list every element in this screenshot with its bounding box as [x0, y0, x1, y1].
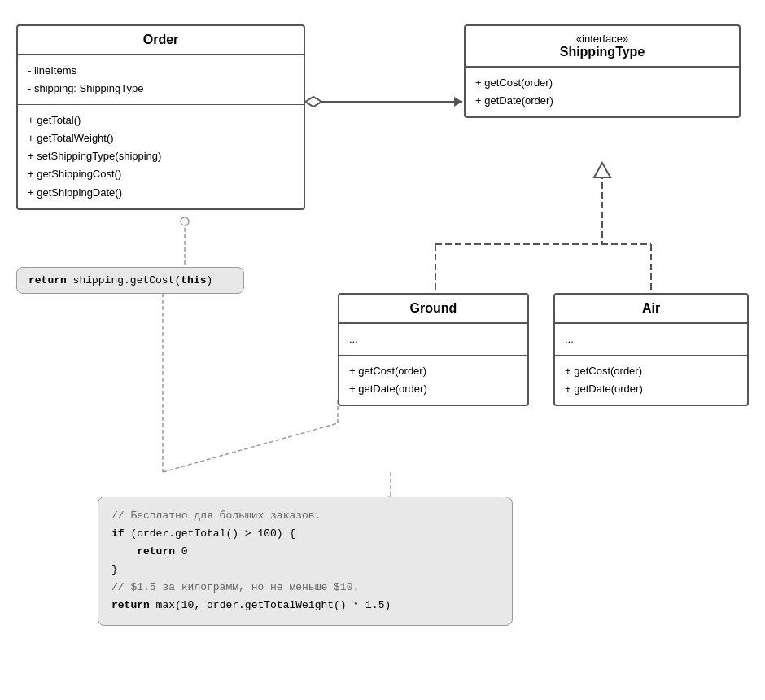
order-class-header: Order — [18, 26, 304, 55]
air-class-header: Air — [555, 295, 747, 324]
air-methods: + getCost(order) + getDate(order) — [555, 356, 747, 405]
shippingtype-method-1: + getCost(order) — [475, 74, 729, 92]
order-method-5: + getShippingDate() — [28, 184, 294, 202]
order-attr-2: - shipping: ShippingType — [28, 80, 294, 98]
shippingtype-class: «interface» ShippingType + getCost(order… — [464, 24, 741, 118]
note-cost-bubble: return shipping.getCost(this) — [16, 267, 244, 294]
ground-attr-1: ... — [349, 330, 518, 348]
ground-method-1: + getCost(order) — [349, 362, 518, 380]
order-method-2: + getTotalWeight() — [28, 129, 294, 147]
ground-method-2: + getDate(order) — [349, 380, 518, 398]
ground-methods: + getCost(order) + getDate(order) — [339, 356, 527, 405]
order-method-1: + getTotal() — [28, 112, 294, 129]
air-class: Air ... + getCost(order) + getDate(order… — [553, 293, 749, 406]
shippingtype-method-2: + getDate(order) — [475, 92, 729, 110]
svg-marker-1 — [454, 97, 462, 107]
code-line-2: if (order.getTotal() > 100) { — [111, 525, 499, 543]
air-method-1: + getCost(order) — [565, 362, 737, 380]
shippingtype-stereotype: «interface» — [479, 33, 726, 45]
shippingtype-name: ShippingType — [560, 45, 645, 59]
ground-attributes: ... — [339, 324, 527, 356]
ground-class-header: Ground — [339, 295, 527, 324]
shippingtype-class-header: «interface» ShippingType — [466, 26, 739, 68]
ground-class: Ground ... + getCost(order) + getDate(or… — [338, 293, 529, 406]
comment-line-1: // Бесплатно для больших заказов. — [111, 507, 499, 525]
comment-line-5: // $1.5 за килограмм, но не меньше $10. — [111, 579, 499, 597]
air-attr-1: ... — [565, 330, 737, 348]
shippingtype-methods: + getCost(order) + getDate(order) — [466, 68, 739, 116]
svg-marker-7 — [594, 163, 610, 177]
code-line-3: return 0 — [111, 543, 499, 561]
order-methods: + getTotal() + getTotalWeight() + setShi… — [18, 105, 304, 208]
air-attributes: ... — [555, 324, 747, 356]
note-ground-bubble: // Бесплатно для больших заказов. if (or… — [98, 497, 513, 626]
this-keyword: this — [181, 274, 206, 287]
order-attr-1: - lineItems — [28, 62, 294, 80]
order-method-4: + getShippingCost() — [28, 165, 294, 183]
code-line-6: return max(10, order.getTotalWeight() * … — [111, 597, 499, 615]
order-method-3: + setShippingType(shipping) — [28, 147, 294, 165]
svg-line-11 — [163, 423, 338, 472]
air-method-2: + getDate(order) — [565, 380, 737, 398]
svg-point-9 — [181, 217, 189, 225]
order-attributes: - lineItems - shipping: ShippingType — [18, 55, 304, 105]
diagram-container: Order - lineItems - shipping: ShippingTy… — [0, 0, 765, 700]
code-line-4: } — [111, 561, 499, 579]
return-keyword: return — [28, 274, 67, 287]
order-class: Order - lineItems - shipping: ShippingTy… — [16, 24, 305, 210]
svg-marker-2 — [305, 97, 321, 107]
